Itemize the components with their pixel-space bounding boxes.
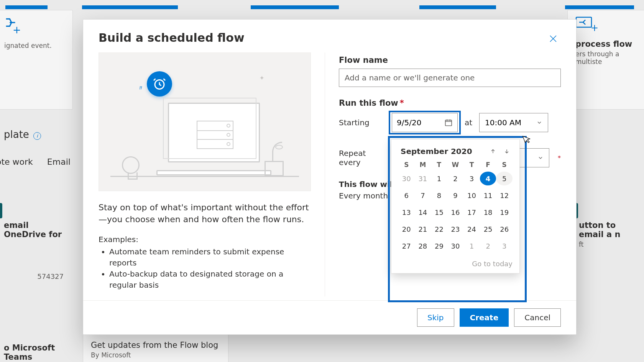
calendar-day[interactable]: 16 bbox=[447, 205, 464, 219]
start-date-input[interactable]: 9/5/20 bbox=[392, 113, 458, 132]
calendar-day[interactable]: 19 bbox=[496, 205, 513, 219]
examples-list: Automate team reminders to submit expens… bbox=[99, 246, 311, 291]
at-label: at bbox=[465, 118, 472, 127]
calendar-day[interactable]: 22 bbox=[431, 222, 447, 236]
calendar-dow: F bbox=[480, 161, 496, 169]
examples-label: Examples: bbox=[99, 235, 311, 244]
calendar-day[interactable]: 12 bbox=[496, 188, 513, 202]
starting-label: Starting bbox=[339, 118, 385, 127]
calendar-day[interactable]: 21 bbox=[415, 222, 431, 236]
date-picker-popover: September 2020 SMTWTFS303112345678910111… bbox=[391, 139, 520, 274]
calendar-dow: T bbox=[431, 161, 447, 169]
flow-name-label: Flow name bbox=[339, 56, 561, 65]
calendar-day[interactable]: 28 bbox=[415, 239, 431, 253]
close-icon bbox=[549, 34, 557, 43]
desk-clock-icon bbox=[122, 156, 140, 174]
calendar-dow: S bbox=[398, 161, 415, 169]
cancel-button[interactable]: Cancel bbox=[514, 308, 561, 327]
run-this-flow-label: Run this flow* bbox=[339, 98, 561, 108]
calendar-day[interactable]: 17 bbox=[463, 205, 480, 219]
laptop-icon bbox=[156, 99, 271, 175]
calendar-day[interactable]: 2 bbox=[447, 172, 464, 185]
calendar-dow: M bbox=[415, 161, 431, 169]
starting-row: Starting 9/5/20 bbox=[339, 113, 561, 132]
calendar-prev-button[interactable] bbox=[487, 146, 499, 157]
calendar-icon bbox=[444, 118, 453, 127]
calendar-day[interactable]: 31 bbox=[415, 172, 431, 185]
calendar-day[interactable]: 1 bbox=[431, 172, 447, 185]
calendar-day[interactable]: 1 bbox=[463, 239, 480, 253]
arrow-down-icon bbox=[504, 148, 510, 154]
calendar-day[interactable]: 3 bbox=[496, 239, 513, 253]
skip-button[interactable]: Skip bbox=[417, 308, 454, 327]
required-asterisk: * bbox=[558, 154, 561, 162]
create-button[interactable]: Create bbox=[460, 308, 509, 327]
chevron-down-icon bbox=[537, 155, 544, 161]
repeat-every-label: Repeat every bbox=[339, 149, 385, 167]
calendar-day[interactable]: 27 bbox=[398, 239, 415, 253]
calendar-day[interactable]: 7 bbox=[415, 188, 431, 202]
calendar-day[interactable]: 11 bbox=[480, 188, 496, 202]
calendar-day[interactable]: 26 bbox=[496, 222, 513, 236]
start-time-value: 10:00 AM bbox=[485, 118, 521, 127]
svg-rect-4 bbox=[445, 120, 452, 126]
calendar-next-button[interactable] bbox=[501, 146, 513, 157]
start-time-dropdown[interactable]: 10:00 AM bbox=[479, 113, 548, 132]
calendar-day[interactable]: 6 bbox=[398, 188, 415, 202]
dialog-left-column: 〃 bbox=[99, 52, 325, 296]
dialog-right-column: Flow name Run this flow* Starting 9/5/20 bbox=[325, 52, 561, 296]
calendar-dow: W bbox=[447, 161, 464, 169]
dialog-title: Build a scheduled flow bbox=[99, 31, 245, 44]
plant-icon bbox=[261, 142, 288, 176]
calendar-day[interactable]: 9 bbox=[447, 188, 464, 202]
calendar-day[interactable]: 3 bbox=[463, 172, 480, 185]
alarm-clock-icon bbox=[147, 71, 172, 97]
scheduled-flow-illustration: 〃 bbox=[99, 52, 311, 191]
calendar-dow: T bbox=[463, 161, 480, 169]
calendar-dow: S bbox=[496, 161, 513, 169]
arrow-up-icon bbox=[490, 148, 496, 154]
calendar-day[interactable]: 29 bbox=[431, 239, 447, 253]
chevron-down-icon bbox=[536, 120, 542, 126]
example-item: Auto-backup data to designated storage o… bbox=[109, 269, 311, 291]
close-button[interactable] bbox=[545, 31, 561, 46]
calendar-day[interactable]: 10 bbox=[463, 188, 480, 202]
calendar-grid: SMTWTFS303112345678910111213141516171819… bbox=[398, 161, 513, 253]
scheduled-flow-dialog: Build a scheduled flow 〃 bbox=[83, 19, 577, 335]
calendar-day-selected[interactable]: 4 bbox=[480, 172, 496, 185]
calendar-day[interactable]: 8 bbox=[431, 188, 447, 202]
dialog-header: Build a scheduled flow bbox=[83, 20, 576, 52]
calendar-day[interactable]: 30 bbox=[447, 239, 464, 253]
calendar-day[interactable]: 23 bbox=[447, 222, 464, 236]
calendar-day[interactable]: 18 bbox=[480, 205, 496, 219]
start-date-value: 9/5/20 bbox=[397, 118, 421, 127]
calendar-day[interactable]: 24 bbox=[463, 222, 480, 236]
calendar-day[interactable]: 15 bbox=[431, 205, 447, 219]
calendar-day[interactable]: 25 bbox=[480, 222, 496, 236]
required-asterisk: * bbox=[400, 98, 404, 108]
calendar-month-label[interactable]: September 2020 bbox=[398, 147, 485, 156]
example-item: Automate team reminders to submit expens… bbox=[109, 246, 311, 269]
go-to-today-button[interactable]: Go to today bbox=[472, 260, 513, 268]
calendar-day[interactable]: 2 bbox=[480, 239, 496, 253]
calendar-day[interactable]: 20 bbox=[398, 222, 415, 236]
flow-name-input[interactable] bbox=[339, 69, 561, 87]
dialog-footer: Skip Create Cancel bbox=[83, 300, 576, 334]
mouse-cursor-icon bbox=[522, 134, 532, 145]
calendar-day[interactable]: 5 bbox=[496, 172, 513, 185]
calendar-day[interactable]: 30 bbox=[398, 172, 415, 185]
dialog-description: Stay on top of what's important without … bbox=[99, 202, 311, 226]
calendar-day[interactable]: 13 bbox=[398, 205, 415, 219]
calendar-day[interactable]: 14 bbox=[415, 205, 431, 219]
